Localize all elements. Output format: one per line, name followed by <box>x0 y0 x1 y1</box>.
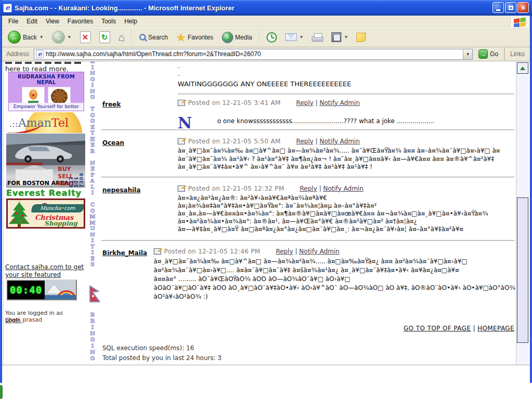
homepage-link[interactable]: HOMEPAGE <box>477 325 514 332</box>
links-toolbar[interactable]: Links <box>504 48 528 60</box>
maximize-button[interactable] <box>505 2 516 13</box>
window-border-right <box>530 0 532 383</box>
mail-dropdown-icon[interactable]: ▼ <box>299 35 303 39</box>
divider <box>101 240 514 241</box>
post-timestamp: Posted on 12-21-05 12:32 PM <box>188 185 284 192</box>
post-meta-row: Posted on 12-21-05 12:46 PM Reply | Noti… <box>154 247 515 255</box>
close-button[interactable]: × <box>517 2 529 13</box>
favorites-button[interactable]: ★ Favorites <box>172 29 217 46</box>
reply-link[interactable]: Reply <box>296 99 313 107</box>
post-meta-row: Posted on 12-21-05 12:32 PM Reply | Noti… <box>178 184 515 192</box>
edit-dropdown-icon[interactable]: ▼ <box>344 35 348 39</box>
go-button[interactable]: → Go <box>475 48 501 60</box>
car-image <box>6 134 85 165</box>
home-button[interactable]: ⌂ <box>115 29 129 46</box>
rudraksha-ad[interactable]: RUDRAKSHA FROM NEPAL Empower Yourself fo… <box>8 72 84 111</box>
amantel-ad[interactable]: .::AmanTel <box>6 112 85 133</box>
search-button[interactable]: Search <box>136 29 171 46</box>
history-icon <box>267 32 277 43</box>
scrollbar-thumb[interactable] <box>517 197 528 343</box>
links-label: Links <box>510 50 525 58</box>
post-body: à¤«à¤¿à¤²à¤¿à¤®: à¤²à¥‹à¤à¥€à¤ªà¤¾à¤ªà¥€… <box>178 194 515 233</box>
forward-icon: → <box>52 31 65 44</box>
start-button-sliver[interactable] <box>0 385 3 399</box>
menu-help[interactable]: Help <box>120 17 141 26</box>
page-favicon: e <box>36 50 44 58</box>
back-label: Back <box>23 34 37 41</box>
post-author-link[interactable]: nepesahila <box>102 187 141 194</box>
thread-title: WAITINGGGGGGG ANY ONEEEEE THEREEEEEEEEEE <box>178 80 351 88</box>
minimize-button[interactable] <box>493 2 504 13</box>
stop-button[interactable]: ✕ <box>76 29 95 46</box>
car-photo-ad[interactable] <box>6 134 85 165</box>
link-separator: | <box>473 325 475 332</box>
sticky-note-icon <box>356 33 366 42</box>
forward-button[interactable]: → ▼ <box>48 29 75 46</box>
print-icon <box>312 36 323 42</box>
notify-admin-link[interactable]: Notify Admin <box>299 248 340 255</box>
history-button[interactable] <box>263 29 281 46</box>
back-dropdown-icon[interactable]: ▼ <box>39 35 44 39</box>
post-timestamp: Posted on 12-21-05 5:50 AM <box>188 138 281 145</box>
post-freek: freek Posted on 12-21-05 3:41 AM Reply |… <box>101 99 515 134</box>
post-actions: Reply | Notify Admin <box>296 99 360 107</box>
clipped-text-line <box>5 62 82 64</box>
refresh-icon: ↻ <box>99 31 110 43</box>
edit-button[interactable]: ▼ <box>328 29 352 46</box>
post-body: à¤¸à¥□à¤¯à¤¾à¤‰ à¤□à¥^à¤□ à¤—à¤¾à¤²à¤¾..… <box>178 147 515 171</box>
login-link[interactable]: Login <box>5 317 21 324</box>
notify-admin-link[interactable]: Notify Admin <box>320 99 360 107</box>
go-to-top-link[interactable]: GO TO TOP OF PAGE <box>404 325 471 332</box>
vertical-banner-text-bottom: B R I N G I N G <box>87 312 98 362</box>
post-timestamp: Posted on 12-21-05 12:46 PM <box>164 248 260 255</box>
reply-link[interactable]: Reply <box>300 185 317 192</box>
discuss-button[interactable] <box>353 29 369 46</box>
phone-card-ad[interactable]: 00:40 <box>6 280 77 300</box>
post-meta-row: Posted on 12-21-05 5:50 AM Reply | Notif… <box>178 137 515 145</box>
reply-link[interactable]: Reply <box>296 138 313 145</box>
media-button[interactable]: ♪ Media <box>218 29 256 46</box>
mail-button[interactable]: ▼ <box>282 29 307 46</box>
forward-dropdown-icon[interactable]: ▼ <box>68 35 72 39</box>
post-note-icon <box>178 185 185 192</box>
notify-admin-link[interactable]: Notify Admin <box>320 138 360 145</box>
christmas-shopping-ad[interactable]: Muncha•com Christmas Shopping <box>6 198 85 229</box>
screen: e Sajha.com - - Kurakani: Looking.......… <box>0 0 532 399</box>
post-author-link[interactable]: freek <box>102 101 121 108</box>
scrollbar-up-button[interactable] <box>517 62 528 74</box>
post-ocean: Ocean Posted on 12-21-05 5:50 AM Reply |… <box>101 137 515 171</box>
vertical-scrollbar[interactable] <box>516 61 529 365</box>
menu-edit[interactable]: Edit <box>22 17 42 26</box>
logged-in-text: You are logged in as <box>5 310 63 316</box>
favorites-star-icon: ★ <box>176 32 185 43</box>
edit-icon <box>331 32 341 42</box>
link-separator: | <box>315 99 317 107</box>
notify-admin-link[interactable]: Notify Admin <box>323 185 364 192</box>
link-separator: | <box>295 248 297 255</box>
everest-realty-ad[interactable]: FOR BOSTON AREA BUYSELLRENT 617 501 7309… <box>6 165 85 198</box>
ie-window-icon: e <box>3 4 12 12</box>
mail-icon <box>285 33 297 41</box>
toolbar-separator <box>131 30 132 45</box>
address-dropdown-button[interactable]: ▼ <box>463 49 472 59</box>
forum-thread: . . WAITINGGGGGGG ANY ONEEEEE THEREEEEEE… <box>101 61 515 365</box>
amantel-logo: .::AmanTel <box>9 116 69 129</box>
menu-favorites[interactable]: Favorites <box>63 17 97 26</box>
post-note-icon <box>154 248 161 255</box>
up-arrow-icon <box>520 66 525 70</box>
refresh-button[interactable]: ↻ <box>96 29 114 46</box>
post-author-link[interactable]: Ocean <box>102 139 124 147</box>
reply-link[interactable]: Reply <box>276 248 293 255</box>
title-bar[interactable]: e Sajha.com - - Kurakani: Looking.......… <box>0 0 532 16</box>
divider <box>178 94 514 95</box>
contact-featured-link[interactable]: Contact sajha.com to get your site featu… <box>5 263 86 279</box>
menu-file[interactable]: File <box>4 17 22 26</box>
post-author-link[interactable]: Birkhe_Maila <box>102 249 147 257</box>
menu-bar: File Edit View Favorites Tools Help <box>2 16 530 27</box>
post-birkhe-maila: Birkhe_Maila Posted on 12-21-05 12:46 PM… <box>101 247 515 301</box>
address-input[interactable]: e http://www.sajha.com/sajha/html/OpenTh… <box>34 49 473 60</box>
print-button[interactable] <box>308 29 327 46</box>
menu-view[interactable]: View <box>42 17 63 26</box>
back-button[interactable]: ← Back ▼ <box>4 29 47 46</box>
menu-tools[interactable]: Tools <box>97 17 120 26</box>
